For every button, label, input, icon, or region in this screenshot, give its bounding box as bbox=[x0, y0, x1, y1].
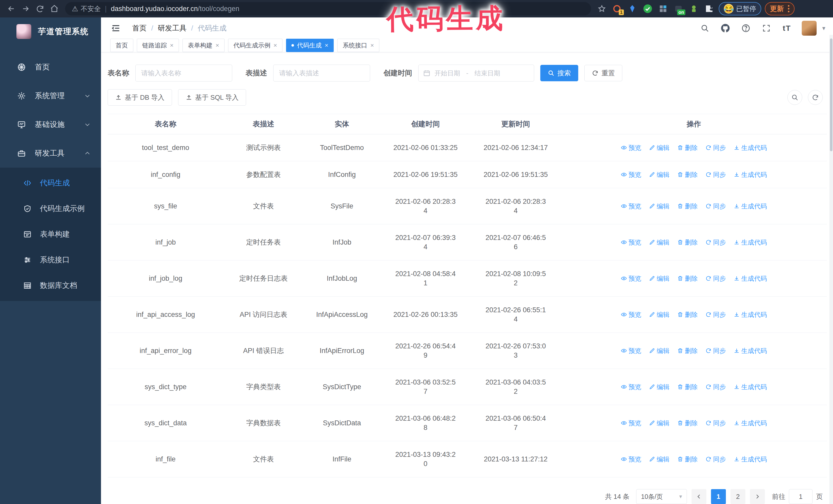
preview-link[interactable]: 预览 bbox=[621, 143, 641, 152]
generate-code-link[interactable]: 生成代码 bbox=[734, 201, 767, 211]
extension-gem-icon[interactable] bbox=[626, 3, 638, 15]
preview-link[interactable]: 预览 bbox=[621, 382, 641, 391]
edit-link[interactable]: 编辑 bbox=[649, 201, 669, 211]
page-button-2[interactable]: 2 bbox=[731, 489, 745, 504]
extension-dark-icon[interactable]: on bbox=[672, 3, 684, 15]
sidebar-item-infra[interactable]: 基础设施 bbox=[0, 110, 101, 139]
user-dropdown-caret-icon[interactable]: ▾ bbox=[822, 25, 825, 32]
browser-back-icon[interactable] bbox=[4, 2, 19, 16]
toggle-search-button[interactable] bbox=[787, 90, 802, 105]
page-button-1[interactable]: 1 bbox=[711, 489, 726, 504]
delete-link[interactable]: 删除 bbox=[677, 382, 698, 391]
bookmark-star-icon[interactable] bbox=[595, 2, 609, 16]
collapse-menu-icon[interactable] bbox=[110, 23, 121, 34]
update-button[interactable]: 更新 bbox=[765, 2, 794, 16]
edit-link[interactable]: 编辑 bbox=[649, 346, 669, 355]
sync-link[interactable]: 同步 bbox=[705, 346, 726, 355]
sidebar-item-home[interactable]: 首页 bbox=[0, 53, 101, 81]
browser-menu-icon[interactable] bbox=[788, 5, 789, 12]
sync-link[interactable]: 同步 bbox=[705, 418, 726, 428]
fullscreen-icon[interactable] bbox=[761, 23, 772, 34]
extension-check-icon[interactable] bbox=[642, 3, 653, 15]
close-icon[interactable]: × bbox=[216, 42, 219, 49]
delete-link[interactable]: 删除 bbox=[677, 310, 698, 319]
edit-link[interactable]: 编辑 bbox=[649, 418, 669, 428]
generate-code-link[interactable]: 生成代码 bbox=[734, 346, 767, 355]
user-avatar[interactable] bbox=[802, 21, 816, 35]
preview-link[interactable]: 预览 bbox=[621, 310, 641, 319]
browser-forward-icon[interactable] bbox=[19, 2, 33, 16]
address-bar[interactable]: ⚠ 不安全 | dashboard.yudao.iocoder.cn/tool/… bbox=[65, 2, 591, 16]
delete-link[interactable]: 删除 bbox=[677, 143, 698, 152]
help-icon[interactable] bbox=[740, 23, 752, 34]
sync-link[interactable]: 同步 bbox=[705, 170, 726, 179]
breadcrumb-devtools[interactable]: 研发工具 bbox=[158, 23, 187, 33]
tag-system-api[interactable]: 系统接口× bbox=[337, 39, 379, 52]
delete-link[interactable]: 删除 bbox=[677, 274, 698, 283]
sync-link[interactable]: 同步 bbox=[705, 238, 726, 247]
delete-link[interactable]: 删除 bbox=[677, 201, 698, 211]
sidebar-item-codegen[interactable]: 代码生成 bbox=[0, 170, 101, 196]
preview-link[interactable]: 预览 bbox=[621, 274, 641, 283]
font-size-icon[interactable]: tT bbox=[781, 23, 792, 34]
generate-code-link[interactable]: 生成代码 bbox=[734, 170, 767, 179]
sync-link[interactable]: 同步 bbox=[705, 382, 726, 391]
tag-codegen-example[interactable]: 代码生成示例× bbox=[228, 39, 282, 52]
app-logo-row[interactable]: 芋道管理系统 bbox=[0, 18, 101, 46]
extension-puzzle-icon[interactable] bbox=[703, 3, 715, 15]
preview-link[interactable]: 预览 bbox=[621, 170, 641, 179]
generate-code-link[interactable]: 生成代码 bbox=[734, 274, 767, 283]
tag-codegen-active[interactable]: 代码生成× bbox=[286, 39, 334, 52]
import-db-button[interactable]: 基于 DB 导入 bbox=[108, 89, 172, 105]
sidebar-item-db-doc[interactable]: 数据库文档 bbox=[0, 273, 101, 298]
page-jump-input[interactable] bbox=[789, 489, 812, 504]
close-icon[interactable]: × bbox=[325, 42, 328, 49]
edit-link[interactable]: 编辑 bbox=[649, 382, 669, 391]
generate-code-link[interactable]: 生成代码 bbox=[734, 418, 767, 428]
delete-link[interactable]: 删除 bbox=[677, 455, 698, 464]
next-page-button[interactable] bbox=[750, 489, 765, 504]
sync-link[interactable]: 同步 bbox=[705, 143, 726, 152]
edit-link[interactable]: 编辑 bbox=[649, 143, 669, 152]
preview-link[interactable]: 预览 bbox=[621, 201, 641, 211]
date-range-picker[interactable]: 开始日期 - 结束日期 bbox=[418, 65, 534, 81]
delete-link[interactable]: 删除 bbox=[677, 418, 698, 428]
search-button[interactable]: 搜索 bbox=[540, 65, 578, 81]
browser-home-icon[interactable] bbox=[47, 2, 62, 16]
edit-link[interactable]: 编辑 bbox=[649, 455, 669, 464]
generate-code-link[interactable]: 生成代码 bbox=[734, 455, 767, 464]
table-desc-input[interactable] bbox=[273, 65, 370, 81]
sync-link[interactable]: 同步 bbox=[705, 455, 726, 464]
sync-link[interactable]: 同步 bbox=[705, 201, 726, 211]
window-scrollbar[interactable] bbox=[829, 35, 833, 504]
tag-form-builder[interactable]: 表单构建× bbox=[183, 39, 224, 52]
edit-link[interactable]: 编辑 bbox=[649, 170, 669, 179]
delete-link[interactable]: 删除 bbox=[677, 170, 698, 179]
preview-link[interactable]: 预览 bbox=[621, 238, 641, 247]
extension-robot-icon[interactable] bbox=[688, 3, 700, 15]
tag-tracing[interactable]: 链路追踪× bbox=[137, 39, 179, 52]
close-icon[interactable]: × bbox=[371, 42, 374, 49]
breadcrumb-home[interactable]: 首页 bbox=[132, 23, 147, 33]
preview-link[interactable]: 预览 bbox=[621, 346, 641, 355]
import-sql-button[interactable]: 基于 SQL 导入 bbox=[178, 89, 246, 105]
sidebar-item-system-api[interactable]: 系统接口 bbox=[0, 247, 101, 273]
sidebar-item-codegen-example[interactable]: 代码生成示例 bbox=[0, 196, 101, 221]
preview-link[interactable]: 预览 bbox=[621, 418, 641, 428]
delete-link[interactable]: 删除 bbox=[677, 238, 698, 247]
refresh-table-button[interactable] bbox=[808, 90, 823, 105]
close-icon[interactable]: × bbox=[273, 42, 277, 49]
search-icon[interactable] bbox=[699, 23, 711, 34]
github-icon[interactable] bbox=[720, 23, 731, 34]
paused-badge[interactable]: 😂 已暂停 bbox=[719, 2, 761, 16]
extension-grid-icon[interactable] bbox=[657, 3, 669, 15]
reset-button[interactable]: 重置 bbox=[585, 65, 622, 81]
sync-link[interactable]: 同步 bbox=[705, 310, 726, 319]
generate-code-link[interactable]: 生成代码 bbox=[734, 143, 767, 152]
generate-code-link[interactable]: 生成代码 bbox=[734, 382, 767, 391]
sync-link[interactable]: 同步 bbox=[705, 274, 726, 283]
edit-link[interactable]: 编辑 bbox=[649, 238, 669, 247]
close-icon[interactable]: × bbox=[170, 42, 173, 49]
prev-page-button[interactable] bbox=[691, 489, 706, 504]
sidebar-item-devtools[interactable]: 研发工具 bbox=[0, 139, 101, 168]
